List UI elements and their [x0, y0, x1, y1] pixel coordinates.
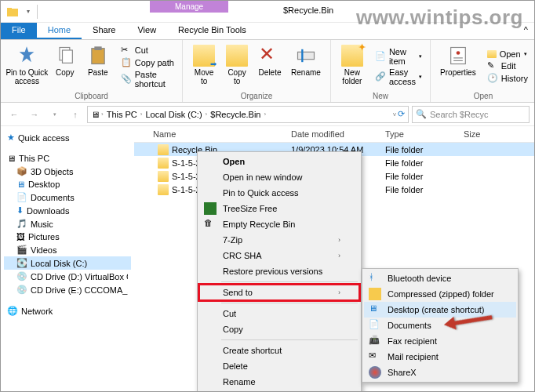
svg-rect-6	[297, 52, 314, 59]
watermark: www.wintips.org	[356, 5, 523, 30]
sharex-icon	[369, 366, 381, 379]
nav-this-pc[interactable]: 🖥This PC	[4, 152, 131, 165]
nav-network[interactable]: 🌐Network	[4, 304, 131, 318]
new-group-label: New	[336, 92, 425, 102]
new-folder-button[interactable]: ✦New folder	[336, 42, 369, 92]
ctx-send-to[interactable]: Send to›	[199, 285, 359, 300]
nav-cd-drive-d[interactable]: 💿CD Drive (D:) VirtualBox Guest A	[4, 270, 131, 283]
nav-music[interactable]: 🎵Music	[4, 217, 131, 230]
pin-to-quick-access-button[interactable]: Pin to Quick access	[5, 42, 49, 92]
navigation-pane: ★Quick access 🖥This PC 📦3D Objects 🖥Desk…	[1, 126, 134, 361]
properties-button[interactable]: Properties	[435, 42, 481, 92]
ctx-treesize[interactable]: TreeSize Free	[199, 201, 359, 216]
ctx-create-shortcut[interactable]: Create shortcut	[199, 343, 359, 358]
paste-button[interactable]: Paste	[82, 42, 115, 92]
sendto-bluetooth[interactable]: ᚼBluetooth device	[364, 270, 516, 286]
nav-documents[interactable]: 📄Documents	[4, 191, 131, 204]
address-bar: ← → ▾ ↑ 🖥 › This PC › Local Disk (C:) › …	[1, 103, 534, 126]
nav-videos[interactable]: 🎬Videos	[4, 243, 131, 256]
col-type[interactable]: Type	[385, 129, 464, 139]
delete-button[interactable]: ✕Delete	[253, 42, 286, 92]
ctx-open-new-window[interactable]: Open in new window	[199, 169, 359, 185]
refresh-icon[interactable]: ⟳	[398, 109, 405, 119]
svg-rect-8	[451, 48, 466, 64]
bluetooth-icon: ᚼ	[369, 272, 381, 285]
nav-pictures[interactable]: 🖼Pictures	[4, 230, 131, 243]
sendto-mail[interactable]: ✉Mail recipient	[364, 349, 516, 365]
search-input[interactable]: 🔍 Search $Recyc	[412, 106, 530, 123]
edit-button[interactable]: ✎Edit	[484, 60, 531, 72]
ctx-pin-quick-access[interactable]: Pin to Quick access	[199, 185, 359, 201]
ctx-rename[interactable]: Rename	[199, 374, 359, 390]
context-menu: Open Open in new window Pin to Quick acc…	[197, 151, 362, 392]
fax-icon: 📠	[369, 335, 381, 347]
documents-icon: 📄	[369, 319, 381, 332]
svg-point-9	[457, 51, 460, 55]
down-arrow-icon[interactable]: ▾	[21, 5, 35, 19]
recycle-bin-icon: 🗑	[204, 218, 217, 230]
new-item-button[interactable]: 📄New item ▾	[372, 46, 425, 67]
back-button[interactable]: ←	[5, 106, 23, 123]
nav-desktop[interactable]: 🖥Desktop	[4, 178, 131, 191]
tab-file[interactable]: File	[1, 23, 37, 39]
crumb-this-pc[interactable]: This PC	[105, 110, 139, 119]
up-button[interactable]: ↑	[67, 106, 84, 123]
zip-icon	[369, 288, 381, 300]
svg-rect-1	[7, 8, 12, 10]
ctx-open[interactable]: Open	[199, 154, 359, 169]
ribbon: Pin to Quick access Copy Paste ✂Cut 📋Cop…	[1, 40, 534, 103]
tab-home[interactable]: Home	[37, 23, 82, 39]
nav-local-disk[interactable]: 💽Local Disk (C:)	[4, 256, 131, 270]
svg-rect-3	[62, 50, 72, 63]
search-icon: 🔍	[416, 109, 427, 119]
sendto-sharex[interactable]: ShareX	[364, 365, 516, 380]
history-button[interactable]: 🕑History	[484, 72, 531, 85]
tab-share[interactable]: Share	[82, 23, 126, 39]
ctx-delete[interactable]: Delete	[199, 358, 359, 374]
col-size[interactable]: Size	[464, 129, 511, 139]
nav-downloads[interactable]: ⬇Downloads	[4, 204, 131, 217]
open-group-label: Open	[435, 92, 531, 102]
svg-rect-10	[453, 57, 463, 58]
svg-rect-4	[92, 49, 104, 64]
recent-locations-button[interactable]: ▾	[46, 106, 64, 123]
nav-quick-access[interactable]: ★Quick access	[4, 131, 131, 144]
nav-cd-drive-e[interactable]: 💿CD Drive (E:) CCCOMA_X64FRE_	[4, 283, 131, 296]
treesize-icon	[204, 202, 217, 215]
ctx-copy[interactable]: Copy	[199, 321, 359, 337]
ctx-restore-versions[interactable]: Restore previous versions	[199, 263, 359, 279]
sendto-submenu: ᚼBluetooth device Compressed (zipped) fo…	[362, 268, 519, 383]
column-headers[interactable]: Name Date modified Type Size	[134, 126, 534, 143]
pc-icon: 🖥	[91, 110, 100, 119]
window-title: $Recycle.Bin	[236, 5, 333, 15]
folder-icon	[5, 5, 20, 19]
ctx-cut[interactable]: Cut	[199, 306, 359, 321]
copy-button[interactable]: Copy	[49, 42, 82, 92]
rename-button[interactable]: Rename	[286, 42, 326, 92]
ctx-crc-sha[interactable]: CRC SHA›	[199, 248, 359, 263]
col-name[interactable]: Name	[134, 129, 291, 139]
sendto-fax[interactable]: 📠Fax recipient	[364, 333, 516, 349]
desktop-icon: 🖥	[369, 303, 381, 316]
svg-rect-5	[94, 46, 101, 50]
mail-icon: ✉	[369, 350, 381, 363]
svg-rect-11	[453, 60, 463, 61]
forward-button[interactable]: →	[26, 106, 43, 123]
open-button[interactable]: Open ▾	[484, 49, 531, 60]
ctx-empty-recycle-bin[interactable]: 🗑Empty Recycle Bin	[199, 216, 359, 232]
breadcrumb[interactable]: 🖥 › This PC › Local Disk (C:) › $Recycle…	[87, 106, 409, 123]
breadcrumb-dropdown-icon[interactable]: v	[393, 111, 396, 118]
manage-tab-header: Manage	[150, 1, 228, 13]
easy-access-button[interactable]: 🔗Easy access ▾	[372, 67, 425, 87]
col-date[interactable]: Date modified	[291, 129, 385, 139]
sendto-compressed[interactable]: Compressed (zipped) folder	[364, 286, 516, 302]
ctx-7zip[interactable]: 7-Zip›	[199, 232, 359, 248]
nav-3d-objects[interactable]: 📦3D Objects	[4, 165, 131, 178]
